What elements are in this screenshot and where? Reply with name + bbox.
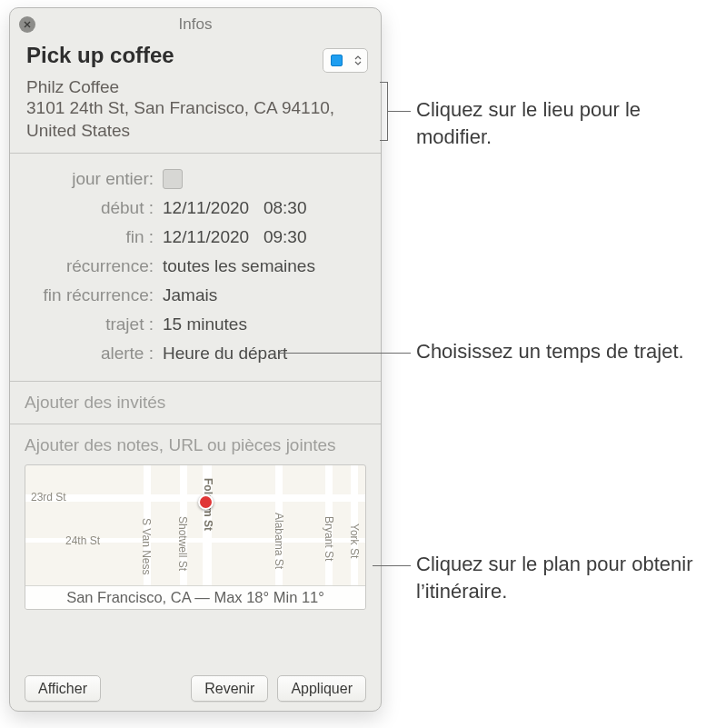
end-value[interactable]: 12/11/2020 09:30	[163, 227, 366, 247]
add-invitees-field[interactable]: Ajouter des invités	[10, 382, 381, 424]
end-recurrence-value[interactable]: Jamais	[163, 285, 366, 305]
callout-leader	[373, 565, 411, 566]
all-day-checkbox[interactable]	[163, 169, 183, 189]
alert-label: alerte :	[10, 344, 163, 364]
revert-button[interactable]: Revenir	[191, 675, 268, 702]
callout-text: Cliquez sur le plan pour obtenir l’itiné…	[416, 551, 698, 604]
start-label: début :	[10, 198, 163, 218]
travel-value[interactable]: 15 minutes	[163, 314, 366, 334]
start-value[interactable]: 12/11/2020 08:30	[163, 198, 366, 218]
map-street-label: Shotwell St	[176, 516, 189, 571]
event-info-panel: Infos Pick up coffee Philz Coffee 3101 2…	[9, 7, 382, 712]
map-street-label: Alabama St	[273, 513, 285, 569]
map-street-label: S Van Ness	[140, 518, 153, 574]
event-fields: jour entier: début : 12/11/2020 08:30 fi…	[10, 154, 381, 382]
panel-footer: Afficher Revenir Appliquer	[25, 675, 366, 702]
recurrence-value[interactable]: toutes les semaines	[163, 256, 366, 276]
map-preview[interactable]: 23rd St 24th St S Van Ness Shotwell St F…	[25, 464, 366, 610]
chevron-updown-icon	[354, 55, 362, 65]
map-street-label: York St	[348, 524, 361, 558]
map-street-label: Bryant St	[323, 516, 335, 561]
alert-value[interactable]: Heure du départ	[163, 344, 366, 364]
callout-leader	[387, 111, 411, 112]
location-name[interactable]: Philz Coffee	[26, 77, 366, 97]
callout-leader	[280, 353, 411, 354]
event-title[interactable]: Pick up coffee	[26, 43, 366, 68]
show-button[interactable]: Afficher	[25, 675, 101, 702]
callout-text: Cliquez sur le lieu pour le modifier.	[416, 96, 689, 150]
window-title: Infos	[10, 15, 381, 34]
map-street-label: 24th St	[65, 534, 100, 547]
all-day-label: jour entier:	[10, 169, 163, 189]
end-label: fin :	[10, 227, 163, 247]
color-swatch-icon	[331, 55, 343, 66]
travel-label: trajet :	[10, 314, 163, 334]
recurrence-label: récurrence:	[10, 256, 163, 276]
end-recurrence-label: fin récurrence:	[10, 285, 163, 305]
map-street-label: 23rd St	[31, 491, 66, 504]
calendar-color-select[interactable]	[323, 48, 368, 73]
apply-button[interactable]: Appliquer	[277, 675, 366, 702]
callout-text: Choisissez un temps de trajet.	[416, 338, 689, 365]
location-address[interactable]: 3101 24th St, San Francisco, CA 94110, U…	[26, 97, 366, 142]
weather-bar: San Francisco, CA — Max 18° Min 11°	[25, 585, 365, 609]
add-notes-field[interactable]: Ajouter des notes, URL ou pièces jointes	[10, 424, 381, 464]
